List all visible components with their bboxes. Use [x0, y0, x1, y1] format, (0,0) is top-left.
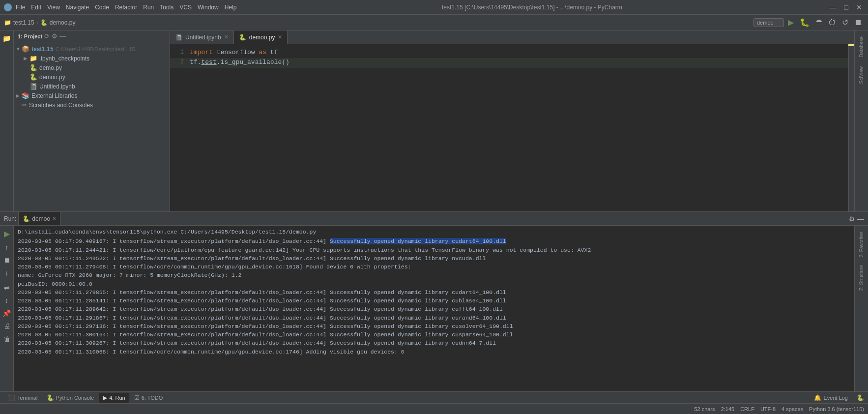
project-sync-icon[interactable]: ⟳ [44, 32, 50, 40]
run-log-line-1: 2020-03-05 00:17:09.409167: I tensorflow… [18, 237, 850, 245]
sidebar-right-sciview[interactable]: SciView [857, 62, 866, 88]
menu-edit[interactable]: Edit [31, 4, 41, 11]
menu-vcs[interactable]: VCS [179, 4, 192, 11]
title-bar: File Edit View Navigate Code Refactor Ru… [0, 0, 868, 15]
run-minimize-icon[interactable]: — [857, 215, 864, 223]
run-wrap-button[interactable]: ⇌ [2, 282, 11, 293]
status-indent[interactable]: 4 spaces [781, 406, 803, 412]
footer-tab-run[interactable]: ▶ 4: Run [99, 393, 129, 403]
footer-tab-terminal[interactable]: ⬛ Terminal [4, 393, 42, 403]
tree-item-scratches[interactable]: ▶ ✏ Scratches and Consoles [14, 100, 170, 110]
run-tab-close[interactable]: ✕ [52, 216, 56, 221]
menu-run[interactable]: Run [143, 4, 154, 11]
maximize-button[interactable]: □ [842, 3, 850, 11]
bottom-right-sidebar: 2: Favorites Z: Structure [854, 226, 868, 391]
run-trash-button[interactable]: 🗑 [2, 333, 12, 344]
main-area: 📁 1: Project ⟳ ⚙ — ▼ 📦 test1.15 C:\Users… [0, 30, 868, 211]
run-settings-icon[interactable]: ⚙ [849, 215, 855, 223]
tab-untitled-ipynb[interactable]: 📓 Untitled.ipynb ✕ [170, 30, 234, 44]
breadcrumb-file-icon: 🐍 [40, 19, 48, 26]
menu-file[interactable]: File [16, 4, 25, 11]
menu-window[interactable]: Window [198, 4, 219, 11]
debug-button[interactable]: 🐛 [798, 17, 811, 28]
gutter-mark [848, 44, 854, 46]
system-tray: 🐍 [857, 394, 864, 401]
run-up-button[interactable]: ↑ [3, 242, 10, 253]
terminal-label: Terminal [17, 395, 38, 401]
project-header: 1: Project ⟳ ⚙ — [14, 30, 170, 42]
toolbar: 📁 test1.15 › 🐍 demoo.py demoo ▶ 🐛 ☂ ⏱ ↺ … [0, 15, 868, 30]
rerun-button[interactable]: ↺ [840, 17, 850, 28]
tree-item-demo-py[interactable]: ▶ 🐍 demo.py [14, 63, 170, 72]
menu-tools[interactable]: Tools [160, 4, 174, 11]
menu-view[interactable]: View [47, 4, 60, 11]
window-controls[interactable]: — □ ✕ [828, 3, 864, 11]
editor-wrapper: 1 import tensorflow as tf 2 tf.test.is_g… [170, 44, 854, 211]
run-path-line: D:\install_cuda\conda\envs\tensor115\pyt… [18, 228, 850, 236]
run-log-line-3: 2020-03-05 00:17:11.249522: I tensorflow… [18, 254, 850, 263]
project-panel: 1: Project ⟳ ⚙ — ▼ 📦 test1.15 C:\Users\1… [14, 30, 170, 211]
footer-tab-event-log[interactable]: 🔔 Event Log [810, 393, 852, 403]
run-pin-button[interactable]: 📌 [1, 308, 12, 319]
run-content: ▶ ↑ ⏹ ↓ ⇌ ↕ 📌 🖨 🗑 D:\install_cuda\conda\… [0, 226, 868, 391]
run-button[interactable]: ▶ [786, 17, 796, 28]
tree-root[interactable]: ▼ 📦 test1.15 C:\Users\14495\Desktop\test… [14, 44, 170, 54]
left-sidebar-icons: 📁 [0, 30, 14, 211]
window-title: test1.15 [C:\Users\14495\Desktop\test1.1… [236, 4, 827, 11]
run-output[interactable]: D:\install_cuda\conda\envs\tensor115\pyt… [14, 226, 854, 391]
footer-tab-todo[interactable]: ☑ 6: TODO [130, 393, 167, 403]
status-right: 52 chars 2:145 CRLF UTF-8 4 spaces Pytho… [694, 406, 864, 412]
run-stop-button[interactable]: ⏹ [2, 255, 12, 266]
status-encoding[interactable]: UTF-8 [760, 406, 776, 412]
right-sidebar: Database SciView [854, 30, 868, 211]
todo-icon: ☑ [134, 394, 140, 401]
tree-item-demoo-py[interactable]: ▶ 🐍 demoo.py [14, 72, 170, 82]
menu-help[interactable]: Help [225, 4, 237, 11]
tree-item-untitled-ipynb[interactable]: ▶ 📓 Untitled.ipynb [14, 82, 170, 91]
run-scroll-button[interactable]: ↕ [3, 295, 10, 306]
run-config-select[interactable]: demoo [753, 18, 784, 27]
run-print-button[interactable]: 🖨 [2, 321, 12, 331]
project-icon[interactable]: 📁 [1, 32, 13, 44]
menu-code[interactable]: Code [95, 4, 109, 11]
status-line-sep[interactable]: CRLF [740, 406, 754, 412]
breadcrumb-file[interactable]: demoo.py [50, 19, 76, 26]
terminal-icon: ⬛ [8, 394, 15, 401]
code-editor[interactable]: 1 import tensorflow as tf 2 tf.test.is_g… [170, 44, 848, 211]
status-python[interactable]: Python 3.6 (tensor115) [809, 406, 864, 412]
close-button[interactable]: ✕ [854, 3, 864, 11]
coverage-button[interactable]: ☂ [813, 17, 824, 28]
tree-item-ipynb-checkpoints[interactable]: ▶ 📁 .ipynb_checkpoints [14, 54, 170, 63]
run-play-button[interactable]: ▶ [2, 228, 11, 240]
minimize-button[interactable]: — [828, 3, 839, 11]
stop-button[interactable]: ⏹ [852, 17, 864, 28]
run-down-button[interactable]: ↓ [3, 267, 10, 278]
footer-tab-python-console[interactable]: 🐍 Python Console [43, 393, 98, 403]
tab-demoo-py-icon: 🐍 [239, 34, 246, 41]
breadcrumb-project[interactable]: 📁 [4, 19, 11, 26]
status-chars[interactable]: 52 chars [694, 406, 715, 412]
sidebar-favorites[interactable]: 2: Favorites [857, 228, 866, 261]
sidebar-structure[interactable]: Z: Structure [857, 261, 866, 295]
menu-bar[interactable]: File Edit View Navigate Code Refactor Ru… [16, 4, 236, 11]
tab-demoo-py-close[interactable]: ✕ [278, 34, 282, 40]
menu-navigate[interactable]: Navigate [66, 4, 89, 11]
breadcrumb-root[interactable]: test1.15 [13, 19, 34, 26]
menu-refactor[interactable]: Refactor [115, 4, 137, 11]
run-config-area: demoo ▶ 🐛 ☂ ⏱ ↺ ⏹ [753, 17, 864, 28]
tree-item-external-libraries[interactable]: ▶ 📚 External Libraries [14, 91, 170, 100]
project-settings-icon[interactable]: ⚙ [52, 32, 58, 40]
project-minimize-icon[interactable]: — [59, 32, 66, 40]
status-position[interactable]: 2:145 [721, 406, 735, 412]
code-line-1: 1 import tensorflow as tf [170, 48, 848, 58]
line-number-1: 1 [170, 49, 190, 56]
run-tabs: Run: 🐍 demoo ✕ ⚙ — [0, 212, 868, 226]
tab-untitled-ipynb-close[interactable]: ✕ [224, 34, 229, 40]
sidebar-right-database[interactable]: Database [857, 32, 866, 61]
tab-demoo-py[interactable]: 🐍 demoo.py ✕ [234, 30, 288, 44]
profile-button[interactable]: ⏱ [826, 17, 838, 28]
breadcrumb: 📁 test1.15 › 🐍 demoo.py [4, 19, 75, 26]
run-log-line-7: 2020-03-05 00:17:11.279855: I tensorflow… [18, 288, 850, 296]
run-log-line-2: 2020-03-05 00:17:11.244421: I tensorflow… [18, 246, 850, 254]
run-tab-demoo[interactable]: 🐍 demoo ✕ [18, 212, 60, 225]
